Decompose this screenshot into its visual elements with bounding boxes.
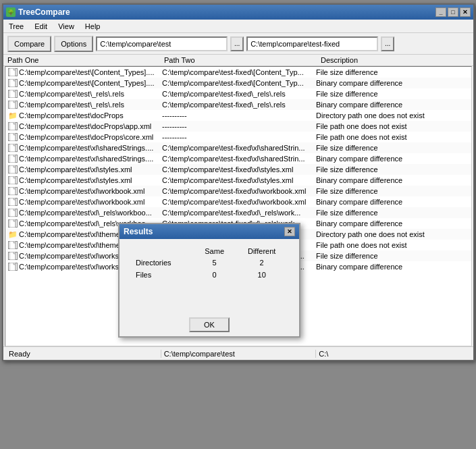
cell-path-one: C:\temp\compare\test\xl\workbook.xml	[8, 187, 162, 195]
cell-path-two: C:\temp\compare\test-fixed\_rels\.rels	[162, 101, 316, 109]
table-row[interactable]: C:\temp\compare\test\[Content_Types]....…	[5, 67, 471, 78]
cell-description: Directory path one does not exist	[316, 111, 469, 120]
cell-path-two: C:\temp\compare\test-fixed\xl\sharedStri…	[162, 155, 316, 163]
cell-description: Binary compare difference	[316, 219, 469, 228]
cell-description: Binary compare difference	[316, 263, 469, 271]
table-row[interactable]: 📁C:\temp\compare\test\docProps----------…	[5, 110, 471, 121]
ok-button[interactable]: OK	[189, 317, 230, 332]
table-row[interactable]: C:\temp\compare\test\xl\sharedStrings...…	[5, 142, 471, 153]
cell-path-two: C:\temp\compare\test-fixed\xl\sharedStri…	[162, 144, 316, 152]
cell-path-one: C:\temp\compare\test\docProps\app.xml	[8, 122, 162, 130]
cell-path-two: C:\temp\compare\test-fixed\_rels\.rels	[162, 90, 316, 98]
title-bar-left: 🌳 TreeCompare	[6, 7, 70, 17]
files-same-value: 0	[194, 269, 235, 281]
cell-description: File path one does not exist	[316, 133, 469, 141]
cell-path-one: C:\temp\compare\test\[Content_Types]....	[8, 79, 162, 87]
table-row-directories: Directories 5 2	[130, 257, 288, 269]
dialog-close-button[interactable]: ✕	[284, 227, 295, 236]
file-icon	[8, 252, 18, 260]
compare-button[interactable]: Compare	[7, 36, 51, 52]
file-icon	[8, 219, 18, 228]
cell-path-one: C:\temp\compare\test\xl\_rels\workboo...	[8, 209, 162, 217]
cell-path-one: C:\temp\compare\test\_rels\.rels	[8, 90, 162, 98]
window-title: TreeCompare	[18, 7, 70, 17]
cell-path-two: C:\temp\compare\test-fixed\xl\workbook.x…	[162, 187, 316, 195]
file-icon	[8, 198, 18, 206]
cell-path-one: C:\temp\compare\test\xl\styles.xml	[8, 165, 162, 174]
status-drive: C:\	[316, 350, 471, 358]
file-icon	[8, 176, 18, 184]
cell-path-one: C:\temp\compare\test\xl\workbook.xml	[8, 198, 162, 206]
cell-description: File size difference	[316, 209, 469, 217]
col-header-same: Same	[194, 246, 235, 257]
table-row[interactable]: C:\temp\compare\test\docProps\app.xml---…	[5, 121, 471, 132]
cell-description: File size difference	[316, 144, 469, 152]
row-label-directories: Directories	[130, 257, 194, 269]
cell-path-one: C:\temp\compare\test\_rels\.rels	[8, 101, 162, 109]
cell-path-one: C:\temp\compare\test\xl\sharedStrings...…	[8, 155, 162, 163]
cell-description: Binary compare difference	[316, 198, 469, 206]
cell-description: File path one does not exist	[316, 122, 469, 130]
browse1-button[interactable]: ...	[230, 36, 244, 51]
cell-path-one: C:\temp\compare\test\docProps\core.xml	[8, 133, 162, 141]
table-row[interactable]: C:\temp\compare\test\xl\sharedStrings...…	[5, 153, 471, 164]
path1-input[interactable]	[96, 36, 228, 51]
table-row[interactable]: C:\temp\compare\test\[Content_Types]....…	[5, 78, 471, 88]
col-header-different: Different	[235, 246, 288, 257]
cell-description: File size difference	[316, 90, 469, 98]
table-row[interactable]: C:\temp\compare\test\_rels\.relsC:\temp\…	[5, 88, 471, 99]
cell-path-two: C:\temp\compare\test-fixed\xl\workbook.x…	[162, 198, 316, 206]
cell-description: Binary compare difference	[316, 101, 469, 109]
status-ready: Ready	[6, 350, 161, 358]
col-header-path-two: Path Two	[164, 56, 321, 64]
dialog-body: Same Different Directories 5 2 Files 0 1…	[120, 239, 299, 313]
cell-path-two: ----------	[162, 133, 316, 141]
table-row[interactable]: C:\temp\compare\test\_rels\.relsC:\temp\…	[5, 99, 471, 110]
cell-path-two: C:\temp\compare\test-fixed\xl\styles.xml	[162, 176, 316, 184]
table-row[interactable]: C:\temp\compare\test\xl\styles.xmlC:\tem…	[5, 164, 471, 175]
file-icon	[8, 187, 18, 195]
cell-path-one: C:\temp\compare\test\[Content_Types]....	[8, 68, 162, 76]
folder-icon: 📁	[8, 230, 18, 238]
menu-tree[interactable]: Tree	[6, 21, 26, 32]
status-path: C:\temp\compare\test	[161, 350, 317, 358]
row-label-files: Files	[130, 269, 194, 281]
dialog-title: Results	[124, 227, 153, 236]
cell-description: File size difference	[316, 68, 469, 76]
table-row[interactable]: C:\temp\compare\test\xl\workbook.xmlC:\t…	[5, 186, 471, 196]
dir-same-value: 5	[194, 257, 235, 269]
table-row[interactable]: C:\temp\compare\test\xl\workbook.xmlC:\t…	[5, 196, 471, 207]
table-row[interactable]: C:\temp\compare\test\xl\_rels\workboo...…	[5, 207, 471, 218]
cell-description: File size difference	[316, 187, 469, 195]
table-row[interactable]: C:\temp\compare\test\xl\styles.xmlC:\tem…	[5, 175, 471, 186]
options-button[interactable]: Options	[54, 36, 93, 52]
minimize-button[interactable]: _	[435, 7, 446, 17]
cell-description: File path one does not exist	[316, 241, 469, 249]
menu-bar: Tree Edit View Help	[3, 20, 473, 33]
file-icon	[8, 155, 18, 163]
dialog-footer: OK	[120, 313, 299, 336]
cell-path-one: 📁C:\temp\compare\test\docProps	[8, 111, 162, 120]
maximize-button[interactable]: □	[448, 7, 458, 17]
browse2-button[interactable]: ...	[381, 36, 394, 51]
path2-input[interactable]	[246, 36, 378, 51]
column-headers: Path One Path Two Description	[3, 55, 473, 66]
close-button[interactable]: ✕	[460, 7, 471, 17]
cell-description: File size difference	[316, 165, 469, 174]
file-icon	[8, 144, 18, 152]
table-row[interactable]: C:\temp\compare\test\docProps\core.xml--…	[5, 132, 471, 142]
menu-edit[interactable]: Edit	[32, 21, 50, 32]
cell-path-two: C:\temp\compare\test-fixed\xl\_rels\work…	[162, 209, 316, 217]
dir-different-value: 2	[235, 257, 288, 269]
toolbar: Compare Options ... ...	[3, 33, 473, 55]
file-icon	[8, 165, 18, 174]
menu-view[interactable]: View	[55, 21, 77, 32]
results-table: Same Different Directories 5 2 Files 0 1…	[130, 246, 288, 281]
file-icon	[8, 263, 18, 271]
title-controls: _ □ ✕	[435, 7, 471, 17]
results-dialog: Results ✕ Same Different Directories 5 2…	[118, 223, 300, 338]
file-icon	[8, 101, 18, 109]
dialog-title-bar: Results ✕	[120, 224, 299, 239]
col-header-path-one: Path One	[7, 56, 164, 64]
menu-help[interactable]: Help	[82, 21, 103, 32]
